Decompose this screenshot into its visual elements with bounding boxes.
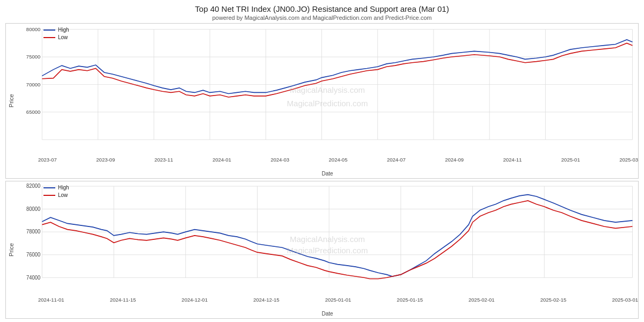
chart2-high-label: High (58, 185, 69, 191)
chart2-panel: Price High Low Magic (5, 181, 639, 319)
chart1-x-label-6: 2024-07 (387, 157, 406, 163)
chart1-x-label-10: 2025-03 (619, 157, 638, 163)
chart1-low-polyline (42, 43, 632, 97)
chart2-x-label-0: 2024-11-01 (38, 297, 64, 303)
subtitle: powered by MagicalAnalysis.com and Magic… (5, 14, 639, 21)
svg-text:78000: 78000 (26, 229, 41, 235)
chart2-legend: High Low (43, 185, 69, 198)
svg-text:74000: 74000 (26, 274, 41, 280)
chart1-low-label: Low (58, 34, 68, 40)
chart2-x-label-6: 2025-02-01 (469, 297, 495, 303)
main-title: Top 40 Net TRI Index (JN00.JO) Resistanc… (5, 4, 639, 13)
chart2-svg-wrapper: High Low MagicalAnalysis.com MagicalPred… (17, 181, 638, 296)
chart1-x-label-7: 2024-09 (445, 157, 464, 163)
chart2-x-label-3: 2024-12-15 (253, 297, 280, 303)
chart1-x-title: Date (17, 171, 638, 178)
chart1-svg-wrapper: High Low MagicalAnalysis.com MagicalPred… (17, 24, 638, 156)
chart2-low-label: Low (58, 192, 68, 198)
chart1-x-axis-area: 2023-07 2023-09 2023-11 2024-01 2024-03 … (17, 156, 638, 171)
chart1-legend-low: Low (43, 34, 69, 40)
svg-text:76000: 76000 (26, 252, 41, 258)
chart2-area: High Low MagicalAnalysis.com MagicalPred… (17, 181, 638, 318)
chart1-x-label-5: 2024-05 (329, 157, 348, 163)
chart2-x-axis-area: 2024-11-01 2024-11-15 2024-12-01 2024-12… (17, 296, 638, 311)
svg-text:70000: 70000 (26, 82, 40, 87)
chart2-svg: 82000 80000 78000 76000 74000 (17, 181, 638, 296)
chart1-x-label-1: 2023-09 (96, 157, 115, 163)
chart2-x-label-4: 2025-01-01 (325, 297, 352, 303)
svg-text:75000: 75000 (26, 54, 40, 60)
chart2-y-label: Price (6, 181, 17, 318)
chart1-x-label-8: 2024-11 (503, 157, 522, 163)
charts-container: Price High Low Magic (5, 23, 639, 319)
svg-text:65000: 65000 (26, 109, 40, 115)
chart1-area: High Low MagicalAnalysis.com MagicalPred… (17, 24, 638, 178)
chart1-low-line-icon (43, 37, 55, 38)
page-wrapper: Top 40 Net TRI Index (JN00.JO) Resistanc… (0, 0, 644, 322)
chart2-x-label-2: 2024-12-01 (181, 297, 208, 303)
chart1-y-label: Price (6, 24, 17, 178)
chart1-svg: 80000 75000 70000 65000 (17, 24, 638, 156)
chart2-low-line-icon (43, 195, 55, 196)
chart1-high-label: High (58, 27, 69, 33)
chart1-high-polyline (42, 40, 632, 94)
chart2-x-label-8: 2025-03-01 (612, 297, 638, 303)
svg-text:82000: 82000 (26, 183, 41, 189)
chart2-x-title: Date (17, 311, 638, 318)
svg-text:80000: 80000 (26, 206, 41, 212)
chart1-high-line-icon (43, 30, 55, 31)
chart2-x-label-7: 2025-02-15 (540, 297, 567, 303)
chart2-x-labels: 2024-11-01 2024-11-15 2024-12-01 2024-12… (38, 296, 638, 303)
chart1-x-label-2: 2023-11 (155, 157, 173, 163)
chart1-legend-high: High (43, 27, 69, 33)
chart2-legend-low: Low (43, 192, 69, 198)
chart1-panel: Price High Low Magic (5, 23, 639, 179)
chart2-low-polyline (42, 201, 632, 279)
chart2-x-label-1: 2024-11-15 (110, 297, 136, 303)
chart2-x-label-5: 2025-01-15 (397, 297, 423, 303)
chart1-legend: High Low (43, 27, 69, 40)
chart2-high-line-icon (43, 187, 55, 188)
chart1-x-label-3: 2024-01 (213, 157, 231, 163)
chart2-legend-high: High (43, 185, 69, 191)
chart1-x-label-9: 2025-01 (561, 157, 580, 163)
chart1-x-label-4: 2024-03 (270, 157, 289, 163)
chart1-x-labels: 2023-07 2023-09 2023-11 2024-01 2024-03 … (38, 156, 638, 163)
svg-text:80000: 80000 (26, 26, 40, 32)
chart1-x-label-0: 2023-07 (38, 157, 57, 163)
